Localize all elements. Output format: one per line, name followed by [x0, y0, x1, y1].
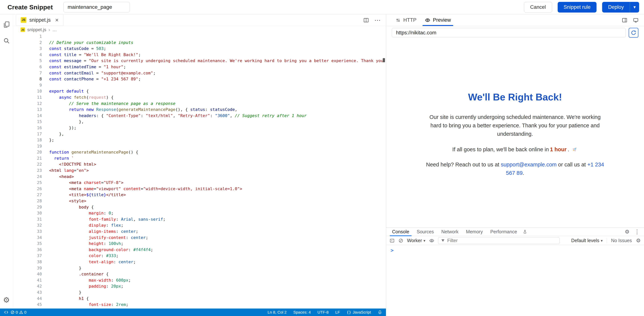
code-line[interactable]: 39 } [13, 265, 386, 271]
clear-console-icon[interactable] [398, 238, 403, 243]
console-sidebar-icon[interactable] [390, 238, 395, 243]
code-line[interactable]: 33 align-items: center; [13, 228, 386, 235]
files-icon[interactable] [3, 21, 10, 28]
split-editor-icon[interactable] [363, 17, 369, 23]
devtools-tab-memory[interactable]: Memory [462, 228, 486, 236]
code-line[interactable]: 43 } [13, 289, 386, 296]
code-line[interactable]: 22 <!DOCTYPE html> [13, 161, 386, 168]
code-line[interactable]: 20function generateMaintenancePage() { [13, 149, 386, 155]
code-line[interactable]: 30 margin: 0; [13, 210, 386, 216]
code-line[interactable]: 13 return new Response(generateMaintenan… [13, 107, 386, 113]
url-input[interactable] [392, 28, 626, 37]
code-line[interactable]: 10export default { [13, 88, 386, 94]
code-line[interactable]: 4const title = "We'll Be Right Back!"; [13, 52, 386, 58]
tab-http[interactable]: HTTP [391, 15, 421, 26]
live-expression-eye-icon[interactable] [429, 238, 434, 243]
code-text: text-align: center; [49, 259, 386, 265]
code-line[interactable]: 26 <meta name="viewport" content="width=… [13, 186, 386, 192]
tab-snippet-js[interactable]: JS snippet.js × [16, 15, 63, 26]
editor-scrollbar[interactable] [382, 34, 386, 308]
support-email-link[interactable]: support@example.com [501, 162, 557, 168]
code-line[interactable]: 6const estimatedTime = "1 hour"; [13, 64, 386, 70]
remote-icon[interactable] [4, 310, 8, 315]
devtools-tab-network[interactable]: Network [438, 228, 462, 236]
code-line[interactable]: 35 height: 100vh; [13, 241, 386, 247]
tab-label: snippet.js [29, 17, 51, 23]
eol-setting[interactable]: LF [335, 310, 340, 314]
code-line[interactable]: 23<html lang="en"> [13, 168, 386, 174]
code-line[interactable]: 12 // Serve the maintenance page as a re… [13, 101, 386, 107]
code-line[interactable]: 45 font-size: 2rem; [13, 301, 386, 308]
code-line[interactable]: 46 color: # [13, 308, 386, 308]
refresh-button[interactable] [629, 28, 638, 38]
code-line[interactable]: 3const statusCode = 503; [13, 46, 386, 52]
devtools-tab-performance[interactable]: Performance [486, 228, 521, 236]
code-line[interactable]: 9 [13, 82, 386, 88]
code-line[interactable]: 27 <title>${title}</title> [13, 192, 386, 198]
devtools-settings-gear-icon[interactable]: ⚙ [625, 229, 630, 234]
notifications-bell-icon[interactable] [378, 310, 382, 314]
code-line[interactable]: 19 [13, 143, 386, 149]
code-line[interactable]: 14 headers: { "Content-Type": "text/html… [13, 113, 386, 119]
filter-input[interactable] [447, 238, 557, 243]
breadcrumb[interactable]: JS snippet.js › … [13, 26, 386, 34]
code-line[interactable]: 5const message = "Our site is currently … [13, 58, 386, 64]
code-line[interactable]: 17 }, [13, 131, 386, 137]
code-line[interactable]: 25 <meta charset="UTF-8"> [13, 180, 386, 186]
code-line[interactable]: 18}; [13, 137, 386, 143]
close-tab-icon[interactable]: × [55, 17, 59, 23]
code-line[interactable]: 42 padding: 20px; [13, 283, 386, 289]
more-actions-icon[interactable]: ⋯ [374, 17, 381, 23]
code-line[interactable]: 15 }, [13, 119, 386, 125]
code-line[interactable]: 1 [13, 34, 386, 40]
split-panel-icon[interactable] [622, 17, 628, 23]
issues-counter[interactable]: No Issues [611, 238, 632, 243]
language-label: JavaScript [353, 310, 371, 314]
code-line[interactable]: 2// Define your customizable inputs [13, 40, 386, 46]
encoding-setting[interactable]: UTF-8 [318, 310, 329, 314]
language-mode[interactable]: {} JavaScript [347, 310, 371, 314]
console-output[interactable]: > [386, 245, 644, 316]
code-line[interactable]: 40 .container { [13, 271, 386, 277]
indentation-setting[interactable]: Spaces: 4 [293, 310, 310, 314]
code-line[interactable]: 21 return ` [13, 155, 386, 162]
code-line[interactable]: 7const contactEmail = "support@example.c… [13, 70, 386, 76]
settings-gear-icon[interactable]: ⚙ [3, 296, 10, 304]
code-line[interactable]: 28 <style> [13, 198, 386, 204]
cursor-position[interactable]: Ln 8, Col 2 [268, 310, 287, 314]
code-editor[interactable]: 12// Define your customizable inputs3con… [13, 34, 386, 308]
code-line[interactable]: 37 color: #333; [13, 253, 386, 259]
console-settings-gear-icon[interactable]: ⚙ [636, 238, 641, 243]
eta-suffix: . [568, 145, 569, 154]
code-line[interactable]: 29 body { [13, 204, 386, 210]
code-text: h1 { [49, 296, 386, 302]
code-line[interactable]: 34 justify-content: center; [13, 235, 386, 241]
code-line[interactable]: 11 async fetch(request) { [13, 94, 386, 101]
device-icon[interactable] [633, 17, 639, 23]
devtools-tab-sources[interactable]: Sources [413, 228, 438, 236]
console-filter[interactable] [438, 237, 560, 244]
console-prompt-icon[interactable]: > [390, 247, 394, 253]
code-line[interactable]: 8const contactPhone = "+1 234 567 89"; [13, 76, 386, 82]
search-icon[interactable] [3, 37, 10, 44]
problems-indicator[interactable]: 0 0 [10, 310, 26, 314]
devtools-kebab-menu-icon[interactable]: ⋮ [634, 229, 640, 235]
code-line[interactable]: 36 background-color: #f4f4f4; [13, 247, 386, 253]
tab-preview[interactable]: Preview [421, 15, 455, 26]
code-line[interactable]: 44 h1 { [13, 296, 386, 302]
code-line[interactable]: 41 max-width: 600px; [13, 277, 386, 283]
breadcrumb-file[interactable]: snippet.js [27, 27, 46, 32]
deploy-dropdown-button[interactable]: ▾ [630, 2, 639, 13]
cancel-button[interactable]: Cancel [524, 2, 552, 13]
log-levels-selector[interactable]: Default levels ▾ [571, 238, 603, 243]
code-line[interactable]: 32 display: flex; [13, 222, 386, 228]
snippet-name-input[interactable] [63, 2, 130, 12]
execution-context-selector[interactable]: Worker ▾ [407, 238, 425, 243]
code-line[interactable]: 16 }); [13, 125, 386, 131]
snippet-rule-button[interactable]: Snippet rule [558, 2, 596, 13]
code-line[interactable]: 38 text-align: center; [13, 259, 386, 265]
code-line[interactable]: 24 <head> [13, 174, 386, 180]
deploy-button[interactable]: Deploy [602, 2, 630, 13]
devtools-tab-console[interactable]: Console [388, 228, 413, 236]
code-line[interactable]: 31 font-family: Arial, sans-serif; [13, 216, 386, 222]
